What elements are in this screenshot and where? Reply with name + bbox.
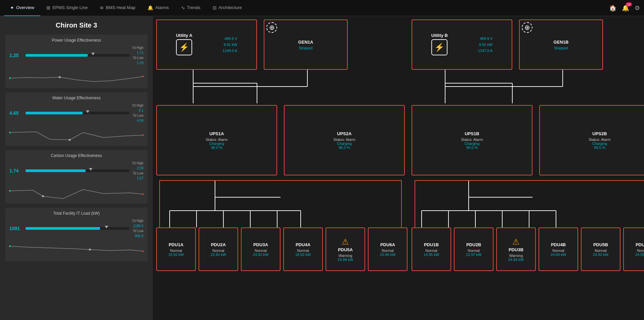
ups2a-status: Status: Alarm (333, 138, 355, 142)
pdu-name: PDU2B (466, 242, 481, 247)
pdu-power: 12.97 kW (466, 253, 481, 257)
pdu-status: Normal (212, 249, 224, 253)
pdu-power: 24.95 kW (635, 253, 644, 257)
pdu-name: PDU4A (296, 242, 310, 247)
pdu-b-5-card[interactable]: PDU5BNormal24.92 kW (581, 227, 620, 271)
utility-a-icon: ⚡ (176, 39, 192, 55)
svg-point-8 (42, 195, 44, 197)
home-button[interactable]: 🏠 (609, 4, 616, 12)
pdu-a-5-card[interactable]: ⚠PDU5AWarning24.98 kW (326, 227, 365, 271)
pdu-status: Normal (552, 249, 564, 253)
nav-bms-label: BMS Heat Map (106, 5, 135, 10)
pdu-b-4-card[interactable]: PDU4BNormal24.94 kW (539, 227, 578, 271)
pdu-name: PDU6A (380, 242, 395, 247)
svg-point-11 (89, 249, 91, 251)
utility-a-name: Utility A (176, 33, 192, 38)
ups2b-pct: 99.5 % (594, 146, 605, 150)
trends-icon: ∿ (181, 5, 185, 10)
cue-title: Carbon Usage Effectiveness (9, 153, 143, 158)
pdu-a-1-card[interactable]: PDU1ANormal19.92 kW (156, 227, 196, 271)
pdu-a-6-card[interactable]: PDU6ANormal15.96 kW (368, 227, 407, 271)
wue-bar (26, 110, 129, 116)
wue-chart (9, 126, 143, 143)
pdu-a-4-card[interactable]: PDU4ANormal18.92 kW (283, 227, 323, 271)
ups2a-card[interactable]: UPS2A Status: Alarm Charging 96.0 % (284, 105, 405, 175)
pue-bar (26, 53, 129, 58)
gen1b-name: GEN1B (554, 40, 569, 45)
svg-point-1 (142, 75, 143, 77)
main-content: Chiron Site 3 Power Usage Effectiveness … (0, 16, 644, 320)
pdu-a-3-card[interactable]: PDU3ANormal24.92 kW (241, 227, 281, 271)
nav-epms-label: EPMS Single Line (52, 5, 88, 10)
pdu-name: PDU5B (593, 242, 608, 247)
pdu-power: 14.95 kW (424, 253, 439, 257)
site-title: Chiron Site 3 (5, 21, 147, 29)
pdu-status: Normal (170, 249, 182, 253)
ups1a-mode: Charging (209, 142, 224, 146)
pdus-b-group: PDU1BNormal14.95 kWPDU2BNormal12.97 kW⚠P… (412, 227, 644, 271)
nav-architecture[interactable]: ⊟ Architecture (207, 0, 248, 16)
alarm-badge: 12 (626, 2, 632, 6)
pdu-b-1-card[interactable]: PDU1BNormal14.95 kW (412, 227, 451, 271)
pue-card: Power Usage Effectiveness 1.25 7d High 1… (5, 35, 147, 88)
overview-icon: ✦ (10, 5, 14, 10)
pdu-a-2-card[interactable]: PDU2ANormal22.92 kW (199, 227, 238, 271)
epms-icon: ⊞ (46, 5, 50, 10)
pdu-status: Normal (425, 249, 437, 253)
svg-point-4 (142, 134, 143, 136)
nav-overview[interactable]: ✦ Overview (4, 0, 40, 16)
pdu-power: 15.96 kW (380, 253, 395, 257)
arch-icon: ⊟ (213, 5, 217, 10)
wue-value: 4.65 (9, 110, 23, 116)
diagram-area: Utility A ⚡ 489.9 V 9.91 kW 1199.0 A ⊕ G… (153, 16, 644, 320)
ups1a-status: Status: Alarm (206, 138, 227, 142)
settings-button[interactable]: ⚙ (635, 4, 640, 12)
wue-highs: 7d High 6.1 7d Low 4.59 (132, 103, 143, 123)
wue-card: Water Usage Effectiveness 4.65 7d High 6… (5, 92, 147, 146)
pdu-b-6-card[interactable]: PDU6BNormal24.95 kW (623, 227, 644, 271)
nav-actions: 🏠 🔔 12 ⚙ (609, 4, 640, 12)
itload-bar (26, 226, 129, 231)
pdu-name: PDU3A (253, 242, 268, 247)
utility-b-card[interactable]: Utility B ⚡ 489.9 V 9.91 kW 1197.0 A (412, 19, 512, 70)
pdu-power: 18.92 kW (295, 253, 311, 257)
bell-button[interactable]: 🔔 12 (622, 4, 629, 12)
ups2b-mode: Charging (592, 142, 607, 146)
ups1a-card[interactable]: UPS1A Status: Alarm Charging 98.0 % (156, 105, 277, 175)
pdu-name: PDU5A (338, 247, 353, 252)
ups2b-card[interactable]: UPS2B Status: Alarm Charging 99.5 % (539, 105, 644, 175)
cue-bar (26, 168, 129, 173)
pdu-name: PDU2A (211, 242, 226, 247)
utility-b-name: Utility B (431, 33, 448, 38)
pdu-power: 24.92 kW (253, 253, 268, 257)
pdu-name: PDU3B (509, 247, 523, 252)
utility-b-voltage: 489.9 V (480, 37, 492, 41)
itload-highs: 7d High 1186.5 7d Low 892.5 (132, 218, 143, 238)
pdu-name: PDU4B (551, 242, 566, 247)
nav-trends[interactable]: ∿ Trends (175, 0, 207, 16)
ups2b-status: Status: Alarm (589, 138, 610, 142)
nav-bms[interactable]: ≋ BMS Heat Map (94, 0, 141, 16)
svg-point-7 (142, 193, 143, 195)
pdu-power: 24.92 kW (593, 253, 608, 257)
pue-value: 1.25 (9, 53, 23, 58)
pdu-b-2-card[interactable]: PDU2BNormal12.97 kW (454, 227, 493, 271)
pdu-b-3-card[interactable]: ⚠PDU3BWarning24.94 kW (496, 227, 536, 271)
svg-point-10 (142, 250, 143, 252)
utility-a-power: 9.91 kW (224, 43, 237, 47)
ups1b-mode: Charging (465, 142, 480, 146)
bms-icon: ≋ (100, 5, 104, 10)
nav-epms[interactable]: ⊞ EPMS Single Line (40, 0, 94, 16)
gen1b-card[interactable]: ⊕ GEN1B Stopped (519, 19, 603, 70)
ups1b-card[interactable]: UPS1B Status: Alarm Charging 99.0 % (412, 105, 532, 175)
itload-value: 1091 (9, 226, 23, 231)
gen1a-card[interactable]: ⊕ GEN1A Stopped (264, 19, 348, 70)
pdu-power: 24.94 kW (551, 253, 566, 257)
cue-value: 1.74 (9, 168, 23, 173)
ups1b-pct: 99.0 % (466, 146, 478, 150)
nav-alarms[interactable]: 🔔 Alarms (141, 0, 175, 16)
svg-point-0 (9, 77, 10, 79)
utility-a-card[interactable]: Utility A ⚡ 489.9 V 9.91 kW 1199.0 A (156, 19, 257, 70)
pdu-status: Normal (637, 249, 644, 253)
ups2a-name: UPS2A (337, 131, 351, 136)
